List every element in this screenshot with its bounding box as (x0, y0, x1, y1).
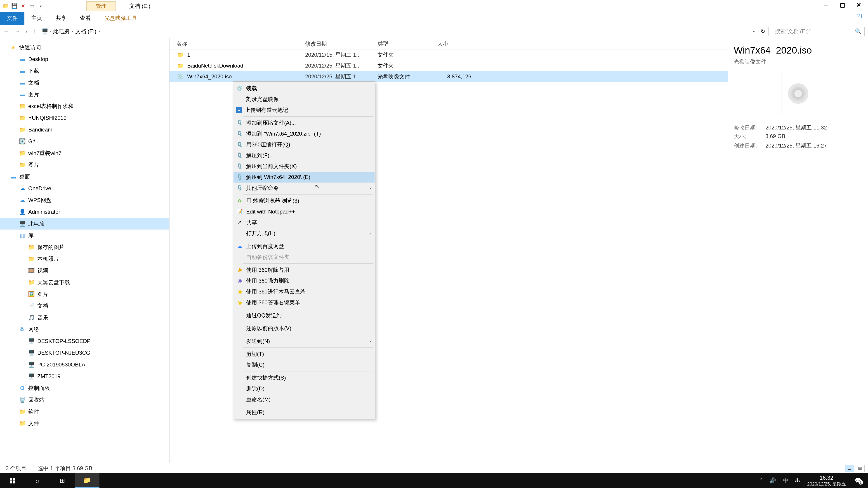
cm-copy[interactable]: 复制(C) (234, 359, 375, 370)
tree-yunqishi[interactable]: 📁YUNQISHI2019 (0, 112, 169, 124)
tree-documents2[interactable]: 📄文档 (0, 300, 169, 312)
tree-network[interactable]: 🖧网络 (0, 324, 169, 335)
cm-mount[interactable]: 💿装载 (234, 83, 375, 94)
chevron-icon[interactable]: › (98, 29, 100, 34)
tree-desktop-group[interactable]: ▬桌面 (0, 171, 169, 183)
cm-youdao[interactable]: ▲上传到有道云笔记 (234, 105, 375, 116)
ribbon-share[interactable]: 共享 (49, 12, 73, 25)
address-dropdown-icon[interactable]: ▾ (753, 29, 755, 34)
tree-software[interactable]: 📁软件 (0, 406, 169, 418)
tree-quick-access[interactable]: ★快速访问 (0, 41, 169, 53)
tray-expand-icon[interactable]: ˄ (760, 477, 763, 484)
cm-properties[interactable]: 属性(R) (234, 407, 375, 418)
cm-add-archive[interactable]: 🗜️添加到压缩文件(A)... (234, 118, 375, 128)
minimize-button[interactable]: ─ (818, 0, 834, 10)
col-type[interactable]: 类型 (377, 40, 437, 47)
cm-360-force-delete[interactable]: ◉使用 360强力删除 (234, 275, 375, 286)
tree-wps[interactable]: ☁WPS网盘 (0, 194, 169, 206)
ribbon-file[interactable]: 文件 (0, 12, 24, 25)
nav-history-dropdown[interactable]: ▾ (26, 29, 27, 34)
tree-pictures2[interactable]: 📁图片 (0, 159, 169, 171)
cm-rename[interactable]: 重命名(M) (234, 394, 375, 405)
cm-open-with[interactable]: 打开方式(H)› (234, 228, 375, 239)
file-row[interactable]: 📁 1 2020/12/15, 星期二 1... 文件夹 (169, 50, 728, 60)
view-icons-button[interactable]: ▦ (855, 465, 865, 472)
qa-dropdown-icon[interactable]: ▾ (38, 3, 43, 9)
tree-music[interactable]: 🎵音乐 (0, 312, 169, 324)
notification-button[interactable]: 💬3 (852, 476, 864, 485)
tree-bandicam[interactable]: 📁Bandicam (0, 124, 169, 135)
qa-save-icon[interactable]: 💾 (11, 3, 17, 9)
nav-forward[interactable]: → (14, 28, 20, 35)
tree-pc1[interactable]: 🖥️DESKTOP-LSSOEDP (0, 335, 169, 347)
tree-this-pc[interactable]: 🖥️此电脑 (0, 218, 169, 230)
tree-pictures3[interactable]: 🖼️图片 (0, 288, 169, 300)
cm-restore[interactable]: 还原以前的版本(V) (234, 323, 375, 334)
tree-desktop[interactable]: ▬Desktop (0, 53, 169, 65)
cm-extract-named[interactable]: 🗜️解压到 Win7x64_2020\ (E) (234, 172, 375, 183)
search-button[interactable]: ⌕ (25, 473, 50, 488)
tree-drive-g[interactable]: 💽G:\ (0, 135, 169, 147)
search-input[interactable]: 搜索"文档 (E:)" 🔍 (772, 27, 865, 36)
taskbar[interactable]: ⌕ ⊞ 📁 ˄ 🔊 中 🖧 16:32 2020/12/25, 星期五 💬3 (0, 473, 868, 488)
ribbon-view[interactable]: 查看 (73, 12, 98, 25)
tree-excel[interactable]: 📁excel表格制作求和 (0, 100, 169, 112)
tree-onedrive[interactable]: ☁OneDrive (0, 183, 169, 194)
cm-notepad[interactable]: 📝Edit with Notepad++ (234, 206, 375, 217)
tree-documents[interactable]: ▬文档 (0, 77, 169, 89)
cm-send-to[interactable]: 发送到(N)› (234, 336, 375, 347)
cm-360-unlock[interactable]: ◉使用 360解除占用 (234, 265, 375, 275)
tree-pc4[interactable]: 🖥️ZMT2019 (0, 370, 169, 382)
qa-close-icon[interactable]: ✕ (20, 3, 26, 9)
task-view-button[interactable]: ⊞ (50, 473, 74, 488)
nav-back[interactable]: ← (3, 28, 9, 35)
view-details-button[interactable]: ☰ (845, 465, 854, 472)
cm-delete[interactable]: 删除(D) (234, 383, 375, 394)
clock[interactable]: 16:32 2020/12/25, 星期五 (807, 475, 846, 487)
tree-recycle[interactable]: 🗑️回收站 (0, 394, 169, 406)
cm-qq-send[interactable]: 通过QQ发送到 (234, 310, 375, 321)
cm-extract-here[interactable]: 🗜️解压到当前文件夹(X) (234, 161, 375, 172)
tree-local-photos[interactable]: 📁本机照片 (0, 253, 169, 265)
tree-files[interactable]: 📁文件 (0, 418, 169, 429)
tree-libraries[interactable]: ▥库 (0, 230, 169, 241)
cm-shortcut[interactable]: 创建快捷方式(S) (234, 372, 375, 383)
tree-pc3[interactable]: 🖥️PC-20190530OBLA (0, 359, 169, 370)
start-button[interactable] (0, 473, 25, 488)
file-row-selected[interactable]: 💿 Win7x64_2020.iso 2020/12/25, 星期五 1... … (169, 71, 728, 82)
col-name[interactable]: 名称 (176, 40, 305, 47)
cm-baidu-upload[interactable]: ☁上传到百度网盘 (234, 241, 375, 252)
help-icon[interactable]: ?⃝ (856, 12, 862, 20)
network-icon[interactable]: 🖧 (795, 477, 800, 484)
cm-burn[interactable]: 刻录光盘映像 (234, 94, 375, 105)
tree-pc2[interactable]: 🖥️DESKTOP-NJEU3CG (0, 347, 169, 359)
breadcrumb-drive[interactable]: 文档 (E:) (74, 28, 97, 35)
navigation-tree[interactable]: ★快速访问 ▬Desktop ▬下载 ▬文档 ▬图片 📁excel表格制作求和 … (0, 38, 169, 463)
explorer-taskbar-button[interactable]: 📁 (74, 473, 99, 488)
cm-360-trojan[interactable]: ◉使用 360进行木马云查杀 (234, 286, 375, 297)
breadcrumb-thispc[interactable]: 此电脑 (52, 28, 70, 35)
refresh-icon[interactable]: ↻ (761, 28, 765, 35)
chevron-icon[interactable]: › (50, 29, 51, 34)
volume-icon[interactable]: 🔊 (769, 477, 776, 484)
column-headers[interactable]: 名称 修改日期 类型 大小 (169, 38, 728, 50)
file-row[interactable]: 📁 BaiduNetdiskDownload 2020/12/25, 星期五 1… (169, 60, 728, 71)
col-size[interactable]: 大小 (437, 40, 483, 47)
cm-add-zip[interactable]: 🗜️添加到 "Win7x64_2020.zip" (T) (234, 128, 375, 139)
cm-extract-to[interactable]: 🗜️解压到(F)... (234, 150, 375, 161)
col-date[interactable]: 修改日期 (305, 40, 377, 47)
tree-downloads[interactable]: ▬下载 (0, 65, 169, 77)
cm-open-360[interactable]: 🗜️用360压缩打开(Q) (234, 139, 375, 150)
address-path[interactable]: 🖥️ › 此电脑 › 文档 (E:) › ▾ ↻ (39, 27, 769, 36)
cm-bee-browser[interactable]: ✿用 蜂蜜浏览器 浏览(3) (234, 195, 375, 206)
cm-other-compress[interactable]: 🗜️其他压缩命令› (234, 183, 375, 193)
cm-360-manage[interactable]: ◉使用 360管理右键菜单 (234, 297, 375, 308)
tree-saved-pictures[interactable]: 📁保存的图片 (0, 241, 169, 253)
cm-cut[interactable]: 剪切(T) (234, 349, 375, 359)
close-button[interactable]: ✕ (850, 0, 867, 10)
maximize-button[interactable]: ▢ (834, 0, 850, 10)
tree-control-panel[interactable]: ⚙控制面板 (0, 382, 169, 394)
cm-share[interactable]: ↗共享 (234, 217, 375, 228)
tree-win7reinstall[interactable]: 📁win7重装win7 (0, 147, 169, 159)
tree-administrator[interactable]: 👤Administrator (0, 206, 169, 218)
